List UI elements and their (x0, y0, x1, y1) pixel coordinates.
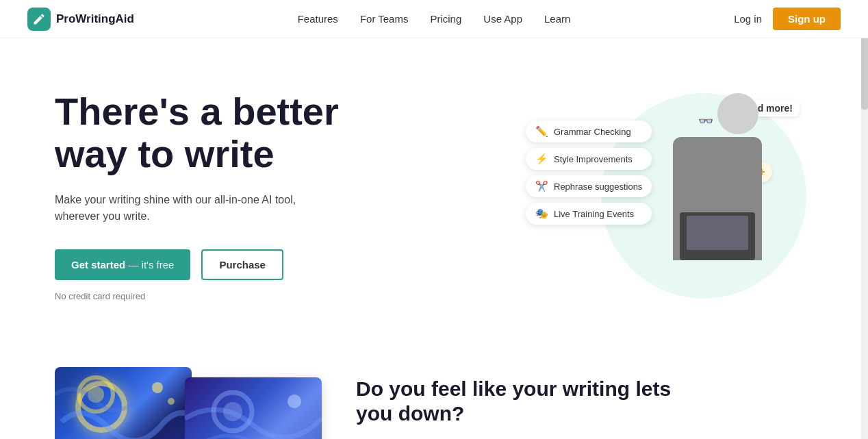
laptop (680, 212, 755, 260)
logo-icon (27, 8, 51, 31)
pill-style: ⚡ Style Improvements (526, 148, 652, 170)
navbar: ProWritingAid Features For Teams Pricing… (0, 0, 868, 38)
painting-swirls-2 (185, 377, 322, 439)
nav-link-pricing[interactable]: Pricing (430, 13, 461, 25)
second-section: My idea in my head Do you feel like your… (0, 340, 868, 439)
svg-point-2 (152, 382, 163, 393)
hero-section: There's a better way to write Make your … (0, 38, 868, 340)
signup-button[interactable]: Sign up (773, 8, 841, 30)
person-body (673, 137, 762, 260)
pill-grammar: ✏️ Grammar Checking (526, 121, 652, 142)
laptop-screen (687, 216, 748, 250)
no-credit-text: No credit card required (55, 291, 339, 301)
second-left-visual: My idea in my head (55, 367, 315, 439)
nav-link-learn[interactable]: Learn (544, 13, 570, 25)
grammar-icon: ✏️ (535, 125, 548, 138)
hero-title: There's a better way to write (55, 90, 339, 175)
logo-svg (32, 12, 46, 26)
painting-bg-1 (55, 367, 192, 439)
svg-point-6 (288, 394, 301, 408)
section-body: We know what it's like to feel the FEAR … (356, 437, 685, 439)
svg-point-3 (168, 398, 175, 405)
person-head (717, 93, 758, 134)
style-icon: ⚡ (535, 153, 548, 165)
hero-subtitle: Make your writing shine with our all-in-… (55, 192, 339, 225)
second-right-text: Do you feel like your writing lets you d… (356, 377, 685, 439)
nav-link-for-teams[interactable]: For Teams (360, 13, 409, 25)
nav-link-features[interactable]: Features (298, 13, 338, 25)
person-figure: 👓 (649, 93, 786, 292)
painting-card-2: My idea in my head (185, 377, 322, 439)
navbar-left: ProWritingAid (27, 8, 134, 31)
navbar-right: Log in Sign up (734, 8, 841, 30)
hero-buttons: Get started — it's free Purchase (55, 249, 339, 280)
training-icon: 🎭 (535, 208, 548, 220)
purchase-button[interactable]: Purchase (201, 249, 283, 280)
painting-bg-2 (185, 377, 322, 439)
hero-left: There's a better way to write Make your … (55, 90, 339, 301)
painting-card-1 (55, 367, 192, 439)
navbar-center: Features For Teams Pricing Use App Learn (298, 13, 571, 25)
feature-pills: ✏️ Grammar Checking ⚡ Style Improvements… (526, 121, 652, 225)
pill-training: 🎭 Live Training Events (526, 203, 652, 225)
painting-swirls-1 (55, 367, 192, 439)
nav-link-use-app[interactable]: Use App (483, 13, 522, 25)
person-glasses: 👓 (698, 114, 713, 129)
scrollbar[interactable] (861, 0, 868, 439)
login-button[interactable]: Log in (734, 13, 762, 25)
section-title: Do you feel like your writing lets you d… (356, 377, 685, 426)
logo-text: ProWritingAid (56, 12, 134, 26)
get-started-button[interactable]: Get started — it's free (55, 249, 190, 280)
rephrase-icon: ✂️ (535, 180, 548, 192)
hero-illustration: ...and more! + ✏️ Grammar Checking ⚡ Sty… (526, 79, 813, 312)
pill-rephrase: ✂️ Rephrase suggestions (526, 175, 652, 197)
